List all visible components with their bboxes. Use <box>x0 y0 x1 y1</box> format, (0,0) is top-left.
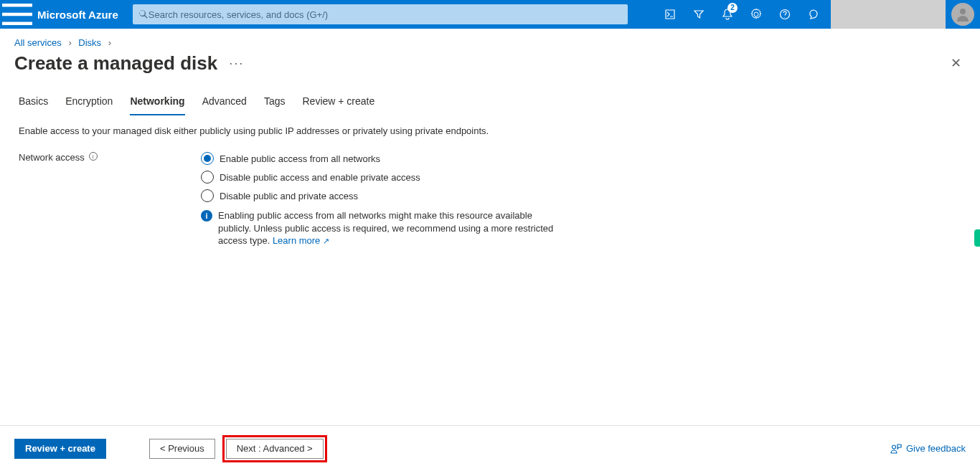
cloud-shell-icon[interactable] <box>656 0 684 29</box>
network-access-field: Enable public access from all networks D… <box>201 149 961 247</box>
page-title: Create a managed disk <box>14 52 217 75</box>
radio-label: Disable public access and enable private… <box>220 172 420 183</box>
tab-bar: Basics Encryption Networking Advanced Ta… <box>0 88 980 115</box>
search-icon <box>138 9 149 19</box>
radio-label: Disable public and private access <box>220 191 358 201</box>
hamburger-menu-icon[interactable] <box>0 0 34 29</box>
svg-point-1 <box>960 9 966 14</box>
form-row-network-access: Network access i Enable public access fr… <box>0 149 980 247</box>
learn-more-link[interactable]: Learn more ↗ <box>273 235 329 246</box>
network-access-label: Network access i <box>19 149 201 247</box>
person-feedback-icon <box>890 444 902 454</box>
search-input[interactable] <box>149 9 622 20</box>
settings-icon[interactable] <box>742 0 771 29</box>
page-header: Create a managed disk ··· ✕ <box>0 48 980 88</box>
radio-disable-public-enable-private[interactable]: Disable public access and enable private… <box>201 168 961 186</box>
tab-basics[interactable]: Basics <box>19 88 48 115</box>
user-avatar[interactable] <box>951 3 974 26</box>
info-icon[interactable]: i <box>89 152 98 161</box>
next-advanced-button[interactable]: Next : Advanced > <box>226 439 324 459</box>
notification-badge: 2 <box>727 3 738 13</box>
label-text: Network access <box>19 152 85 163</box>
radio-icon <box>201 189 214 202</box>
wizard-footer: Review + create < Previous Next : Advanc… <box>0 425 980 471</box>
info-callout: i Enabling public access from all networ… <box>201 205 560 247</box>
tab-description: Enable access to your managed disk eithe… <box>0 115 980 149</box>
info-text: Enabling public access from all networks… <box>218 209 560 247</box>
radio-disable-public-private[interactable]: Disable public and private access <box>201 186 961 205</box>
tab-review-create[interactable]: Review + create <box>302 88 374 115</box>
tab-tags[interactable]: Tags <box>264 88 286 115</box>
top-bar: Microsoft Azure 2 <box>0 0 980 29</box>
global-search[interactable] <box>133 4 628 24</box>
notifications-icon[interactable]: 2 <box>713 0 742 29</box>
top-icon-group: 2 <box>656 0 980 29</box>
feedback-icon[interactable] <box>799 0 828 29</box>
breadcrumb-disks[interactable]: Disks <box>78 37 101 48</box>
chevron-right-icon: › <box>64 37 75 48</box>
external-link-icon: ↗ <box>323 237 329 245</box>
breadcrumb: All services › Disks › <box>0 29 980 48</box>
next-button-highlight: Next : Advanced > <box>222 435 327 462</box>
previous-button[interactable]: < Previous <box>149 439 215 459</box>
info-text-body: Enabling public access from all networks… <box>218 210 553 246</box>
brand-label: Microsoft Azure <box>34 9 130 21</box>
feedback-label: Give feedback <box>906 443 966 454</box>
help-icon[interactable] <box>771 0 799 29</box>
tab-encryption[interactable]: Encryption <box>65 88 113 115</box>
side-feedback-tab[interactable] <box>974 229 980 247</box>
radio-icon <box>201 152 214 165</box>
radio-label: Enable public access from all networks <box>220 153 380 164</box>
more-actions-icon[interactable]: ··· <box>229 56 244 71</box>
close-icon[interactable]: ✕ <box>946 51 966 75</box>
give-feedback-link[interactable]: Give feedback <box>890 443 966 454</box>
info-solid-icon: i <box>201 210 212 222</box>
chevron-right-icon: › <box>104 37 116 48</box>
account-placeholder <box>831 0 946 29</box>
breadcrumb-all-services[interactable]: All services <box>14 37 62 48</box>
radio-icon <box>201 171 214 184</box>
radio-enable-public-all[interactable]: Enable public access from all networks <box>201 149 961 168</box>
filter-icon[interactable] <box>684 0 713 29</box>
review-create-button[interactable]: Review + create <box>14 439 106 459</box>
tab-advanced[interactable]: Advanced <box>202 88 247 115</box>
tab-networking[interactable]: Networking <box>130 88 184 115</box>
